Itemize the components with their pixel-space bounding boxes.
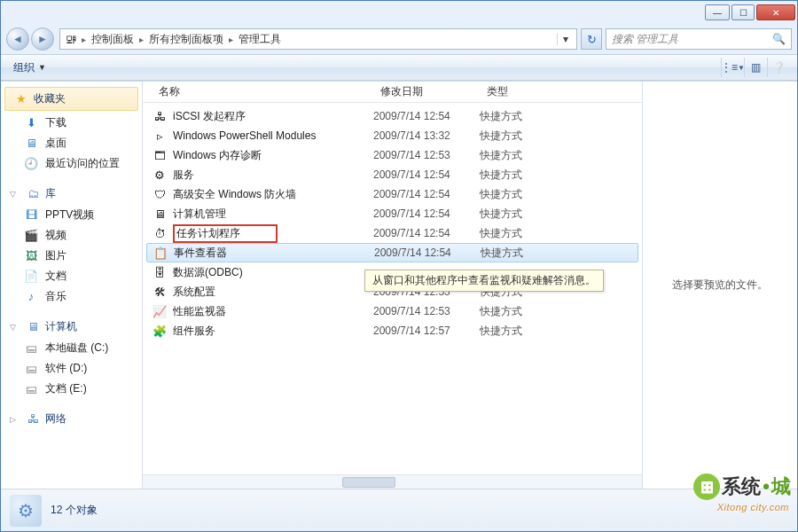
file-name-cell: iSCSI 发起程序: [173, 109, 373, 124]
forward-button[interactable]: ►: [31, 27, 54, 51]
breadcrumb-label: 管理工具: [239, 32, 281, 47]
scrollbar-thumb[interactable]: [342, 477, 395, 488]
sidebar-item[interactable]: 📄文档: [1, 266, 142, 286]
computer-icon: 🖳: [64, 32, 78, 46]
sidebar-group-network[interactable]: ▷ 🖧 网络: [1, 408, 142, 430]
sidebar-item[interactable]: 🎞PPTV视频: [1, 205, 142, 225]
address-dropdown[interactable]: ▾: [557, 33, 573, 45]
file-icon: 🖥: [152, 206, 168, 222]
file-type: 快捷方式: [480, 129, 568, 144]
file-row[interactable]: ▹Windows PowerShell Modules2009/7/14 13:…: [143, 126, 642, 145]
watermark-dot: •: [763, 475, 770, 498]
breadcrumb-item[interactable]: 管理工具: [237, 32, 283, 47]
file-row[interactable]: ⏱任务计划程序2009/7/14 12:54快捷方式: [143, 223, 642, 243]
tooltip: 从窗口和其他程序中查看监视和疑难解答消息。: [364, 270, 604, 292]
organize-menu[interactable]: 组织 ▼: [8, 59, 51, 77]
file-row[interactable]: 🗔Windows 内存诊断2009/7/14 12:53快捷方式: [143, 145, 642, 165]
file-date: 2009/7/14 12:54: [374, 246, 481, 259]
sidebar-item[interactable]: 🖼图片: [1, 246, 142, 266]
file-icon: 📈: [152, 303, 168, 319]
sidebar-item[interactable]: 🖴文档 (E:): [1, 379, 142, 399]
refresh-button[interactable]: ↻: [581, 28, 602, 50]
sidebar: ★ 收藏夹 ⬇下载🖥桌面🕘最近访问的位置 ▽ 🗂 库 🎞PPTV视频🎬视频🖼图片…: [1, 82, 143, 489]
file-row[interactable]: 🧩组件服务2009/7/14 12:57快捷方式: [143, 321, 642, 340]
file-icon: 🗔: [152, 147, 168, 163]
file-list[interactable]: 🖧iSCSI 发起程序2009/7/14 12:54快捷方式▹Windows P…: [143, 103, 642, 474]
search-placeholder: 搜索 管理工具: [612, 32, 678, 47]
sidebar-item[interactable]: ♪音乐: [1, 286, 142, 307]
nav-buttons: ◄ ►: [6, 27, 56, 51]
chevron-right-icon: ▸: [139, 35, 144, 44]
file-name-cell: 任务计划程序: [173, 224, 373, 243]
back-button[interactable]: ◄: [6, 27, 29, 51]
breadcrumb[interactable]: 🖳 ▸ 控制面板 ▸ 所有控制面板项 ▸ 管理工具 ▾: [59, 28, 577, 50]
library-icon: 🗂: [26, 187, 40, 201]
sidebar-item[interactable]: 🎬视频: [1, 225, 142, 246]
help-button[interactable]: ❔: [767, 58, 790, 77]
item-icon: 🕘: [24, 157, 38, 171]
file-row[interactable]: 🛡高级安全 Windows 防火墙2009/7/14 12:54快捷方式: [143, 184, 642, 204]
search-input[interactable]: 搜索 管理工具 🔍: [606, 28, 792, 50]
breadcrumb-label: 所有控制面板项: [149, 32, 223, 47]
sidebar-group-label: 计算机: [45, 319, 77, 334]
file-row[interactable]: 🖥计算机管理2009/7/14 12:54快捷方式: [143, 204, 642, 223]
file-row[interactable]: 📋事件查看器2009/7/14 12:54快捷方式: [146, 243, 638, 262]
organize-label: 组织: [13, 60, 35, 75]
file-row[interactable]: ⚙服务2009/7/14 12:54快捷方式: [143, 165, 642, 184]
horizontal-scrollbar[interactable]: [143, 474, 642, 489]
file-date: 2009/7/14 12:54: [373, 207, 480, 220]
minimize-button[interactable]: —: [705, 4, 730, 20]
file-name-cell: 组件服务: [173, 324, 373, 339]
content-area: 名称 修改日期 类型 🖧iSCSI 发起程序2009/7/14 12:54快捷方…: [143, 82, 797, 489]
file-date: 2009/7/14 12:53: [373, 149, 480, 161]
column-header-name[interactable]: 名称: [152, 81, 373, 103]
close-button[interactable]: ✕: [756, 4, 795, 20]
network-icon: 🖧: [26, 412, 40, 426]
file-icon: 🧩: [152, 323, 168, 339]
sidebar-group-favorites[interactable]: ★ 收藏夹: [4, 87, 138, 111]
file-date: 2009/7/14 12:57: [373, 325, 480, 337]
chevron-right-icon: ▸: [82, 35, 86, 44]
sidebar-item[interactable]: 🕘最近访问的位置: [1, 153, 142, 174]
file-icon: 🛡: [152, 186, 168, 202]
sidebar-group-computer[interactable]: ▽ 🖥 计算机: [1, 316, 142, 338]
preview-pane-button[interactable]: ▥: [744, 58, 767, 77]
file-date: 2009/7/14 12:53: [373, 305, 480, 317]
watermark-text: 城: [771, 473, 791, 500]
watermark-text: 系统: [722, 473, 761, 500]
toolbar: 组织 ▼ ⋮≡ ▼ ▥ ❔: [1, 54, 797, 81]
item-icon: 🖼: [24, 249, 38, 263]
file-row[interactable]: 🖧iSCSI 发起程序2009/7/14 12:54快捷方式: [143, 106, 642, 126]
sidebar-item-label: 桌面: [45, 136, 66, 151]
file-name-cell: 服务: [173, 168, 373, 183]
file-type: 快捷方式: [480, 324, 568, 339]
item-icon: ⬇: [24, 116, 38, 130]
file-date: 2009/7/14 12:54: [373, 168, 480, 181]
file-row[interactable]: 📈性能监视器2009/7/14 12:53快捷方式: [143, 301, 642, 321]
chevron-down-icon: ▼: [38, 63, 46, 72]
item-icon: 🖴: [24, 362, 38, 376]
sidebar-item[interactable]: 🖥桌面: [1, 133, 142, 153]
column-header-type[interactable]: 类型: [480, 81, 568, 103]
file-name-cell: 数据源(ODBC): [173, 265, 373, 280]
item-icon: 🎞: [24, 208, 38, 223]
file-name-cell: 高级安全 Windows 防火墙: [173, 187, 373, 202]
sidebar-item-label: 最近访问的位置: [45, 156, 120, 171]
file-date: 2009/7/14 12:54: [373, 188, 480, 200]
file-type: 快捷方式: [480, 207, 568, 222]
file-name-cell: Windows PowerShell Modules: [173, 129, 373, 142]
breadcrumb-item[interactable]: 控制面板: [90, 32, 136, 47]
maximize-button[interactable]: ☐: [732, 4, 755, 20]
watermark: ⊞ 系统 • 城 Xitong city.com: [693, 473, 791, 500]
breadcrumb-item[interactable]: 所有控制面板项: [147, 32, 225, 47]
star-icon: ★: [14, 92, 28, 106]
view-options-button[interactable]: ⋮≡ ▼: [721, 58, 744, 77]
sidebar-item[interactable]: 🖴软件 (D:): [1, 358, 142, 379]
chevron-down-icon: ▽: [10, 190, 19, 199]
file-type: 快捷方式: [481, 246, 569, 261]
sidebar-item[interactable]: 🖴本地磁盘 (C:): [1, 338, 142, 358]
sidebar-group-libraries[interactable]: ▽ 🗂 库: [1, 183, 142, 205]
sidebar-item[interactable]: ⬇下载: [1, 113, 142, 133]
column-header-date[interactable]: 修改日期: [373, 81, 480, 103]
item-icon: 🖴: [24, 341, 38, 356]
